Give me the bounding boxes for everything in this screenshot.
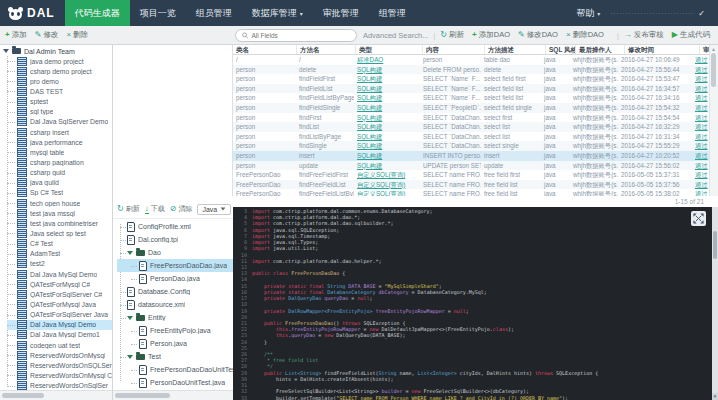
sidebar-project-item[interactable]: DAS TEST xyxy=(7,86,112,96)
table-cell[interactable]: SQL构建 xyxy=(354,122,420,132)
table-row[interactable]: personfindListByPageSQL构建SELECT `DataCha… xyxy=(233,132,710,142)
tree-file[interactable]: PersonDaoUnitTest.java xyxy=(117,376,233,389)
tree-folder[interactable]: Dao xyxy=(117,246,233,259)
app-logo[interactable]: DAL xyxy=(0,0,65,26)
status-link[interactable]: 通过 xyxy=(692,180,710,190)
sidebar-project-item[interactable]: Sp C# Test xyxy=(7,188,112,198)
table-row[interactable]: personfindFirstSQL构建SELECT `DataChan...s… xyxy=(233,113,710,123)
column-header[interactable]: 修改时间 xyxy=(625,45,700,54)
sidebar-project-item[interactable]: QATestForMysql Java xyxy=(7,299,112,309)
help-menu[interactable]: 帮助 ▾ xyxy=(576,7,600,20)
sidebar-project-item[interactable]: Java select sp test xyxy=(7,228,112,238)
sidebar-project-item[interactable]: tech open house xyxy=(7,198,112,208)
sidebar-project-item[interactable]: test2 xyxy=(7,259,112,269)
status-link[interactable]: 通过 xyxy=(692,122,710,132)
code-clear-button[interactable]: ⊘清除 xyxy=(170,204,193,214)
status-link[interactable]: 通过 xyxy=(692,65,710,75)
status-link[interactable]: 通过 xyxy=(692,141,710,151)
grid-vscrollbar[interactable]: ▲ xyxy=(709,45,718,196)
sidebar-project-item[interactable]: Dal Java Mysql Demo xyxy=(7,320,112,330)
search-input[interactable] xyxy=(251,32,350,39)
add-dao-button[interactable]: +添加DAO xyxy=(472,30,510,40)
user-menu[interactable]: ···························· ✓ xyxy=(610,9,706,18)
tree-file[interactable]: Person.java xyxy=(117,337,233,350)
table-row[interactable]: personfindFieldListSQL构建SELECT `Name` F.… xyxy=(233,84,710,94)
tree-file[interactable]: Dal.config.tpl xyxy=(117,233,233,246)
table-cell[interactable]: SQL构建 xyxy=(354,65,420,75)
table-row[interactable]: FreePersonDaofindFreeFieldListByPage自定义S… xyxy=(233,189,710,196)
status-link[interactable]: 通过 xyxy=(692,132,710,142)
search-box[interactable] xyxy=(235,29,357,42)
tree-folder[interactable]: Test xyxy=(117,350,233,363)
sidebar-project-item[interactable]: codegen uat test xyxy=(7,340,112,350)
sidebar-project-item[interactable]: QATestForSqlServer Java xyxy=(7,310,112,320)
sidebar-project-item[interactable]: java demo project xyxy=(7,56,112,66)
status-link[interactable]: 通过 xyxy=(692,151,710,161)
table-cell[interactable]: SQL构建 xyxy=(354,74,420,84)
sidebar-project-item[interactable]: test java mssql xyxy=(7,208,112,218)
sidebar-project-item[interactable]: AdamTest xyxy=(7,249,112,259)
code-download-button[interactable]: ↓下载 xyxy=(145,204,165,214)
code-refresh-button[interactable]: ↻刷新 xyxy=(117,204,140,214)
tree-file[interactable]: datasource.xml xyxy=(117,298,233,311)
code-tree-hscrollbar[interactable] xyxy=(113,390,233,400)
sidebar-project-item[interactable]: java performance xyxy=(7,137,112,147)
sidebar-project-item[interactable]: sql type xyxy=(7,107,112,117)
sidebar-project-item[interactable]: sptest xyxy=(7,97,112,107)
table-cell[interactable]: SQL构建 xyxy=(354,113,420,123)
scrollbar-thumb[interactable] xyxy=(2,393,44,398)
table-cell[interactable]: SQL构建 xyxy=(354,141,420,151)
publish-review-button[interactable]: →发布审核 xyxy=(624,30,664,40)
sidebar-project-item[interactable]: QATestForMysql C# xyxy=(7,279,112,289)
edit-project-button[interactable]: ✎修改 xyxy=(35,30,59,40)
language-select[interactable]: Java xyxy=(197,204,231,215)
scrollbar-thumb[interactable] xyxy=(115,393,170,398)
column-header[interactable]: 方法名 xyxy=(297,45,356,54)
table-cell[interactable]: SQL构建 xyxy=(354,161,420,171)
table-row[interactable]: personfindFieldFirstSQL构建SELECT `Name` F… xyxy=(233,74,710,84)
sidebar-project-item[interactable]: csharp demo project xyxy=(7,66,112,76)
refresh-button[interactable]: ↻刷新 xyxy=(440,30,464,40)
table-cell[interactable]: SQL构建 xyxy=(354,132,420,142)
sidebar-hscrollbar[interactable] xyxy=(0,390,112,400)
fullscreen-icon[interactable] xyxy=(691,211,706,226)
sidebar-project-item[interactable]: csharp insert xyxy=(7,127,112,137)
tree-file[interactable]: FreePersonDaoDaoUnitTest. xyxy=(117,363,233,376)
sidebar-project-item[interactable]: QATestForSqlServer C# xyxy=(7,289,112,299)
sidebar-project-item[interactable]: C# Test xyxy=(7,239,112,249)
nav-item[interactable]: 数据库管理▾ xyxy=(242,0,313,26)
table-row[interactable]: FreePersonDaofindFreeFieldList自定义SQL(查询)… xyxy=(233,180,710,190)
add-project-button[interactable]: +添加 xyxy=(5,30,27,40)
table-row[interactable]: //标准DAOpersontable daojavawhjh数据账号(s..20… xyxy=(233,55,710,65)
scrollbar-thumb[interactable] xyxy=(713,231,717,259)
scrollbar-thumb[interactable] xyxy=(711,53,716,87)
sidebar-project-item[interactable]: Dal Java MySql Demo xyxy=(7,269,112,279)
sidebar-project-item[interactable]: Dal Java Mysql Demo1 xyxy=(7,330,112,340)
delete-project-button[interactable]: ×删除 xyxy=(66,30,88,40)
status-link[interactable]: 通过 xyxy=(692,55,710,65)
sidebar-project-item[interactable]: pro demo xyxy=(7,76,112,86)
table-row[interactable]: persondeleteSQL构建Delete FROM perso...del… xyxy=(233,65,710,75)
table-row[interactable]: personfindFieldListByPageSQL构建SELECT `Na… xyxy=(233,93,710,103)
table-cell[interactable]: 自定义SQL(查询) xyxy=(354,170,420,180)
sidebar-project-item[interactable]: test java combinetriser xyxy=(7,218,112,228)
table-cell[interactable]: 标准DAO xyxy=(354,55,420,65)
sidebar-project-item[interactable]: ReservedWordsOnMysql xyxy=(7,350,112,360)
tree-file[interactable]: PersonDao.java xyxy=(117,272,233,285)
table-cell[interactable]: SQL构建 xyxy=(354,103,420,113)
column-header[interactable]: 最后操作人 xyxy=(576,45,625,54)
nav-item[interactable]: 审批管理 xyxy=(313,0,369,26)
tree-file[interactable]: FreePersonDaoDao.java xyxy=(117,259,233,272)
status-link[interactable]: 通过 xyxy=(692,189,710,196)
tree-file[interactable]: ConfigProfile.xml xyxy=(117,220,233,233)
table-row[interactable]: personfindSingleSQL构建SELECT `DataChan...… xyxy=(233,141,710,151)
nav-item[interactable]: 组管理 xyxy=(369,0,416,26)
status-link[interactable]: 通过 xyxy=(692,103,710,113)
table-cell[interactable]: 自定义SQL(查询) xyxy=(354,189,420,196)
nav-item[interactable]: 代码生成器 xyxy=(65,0,130,26)
delete-dao-button[interactable]: ×删除DAO xyxy=(566,30,604,40)
sidebar-project-item[interactable]: ReservedWordsOnSQLSer xyxy=(7,360,112,370)
table-row[interactable]: personupdateSQL构建UPDATE person SET...upd… xyxy=(233,161,710,171)
table-cell[interactable]: SQL构建 xyxy=(354,93,420,103)
status-link[interactable]: 通过 xyxy=(692,74,710,84)
